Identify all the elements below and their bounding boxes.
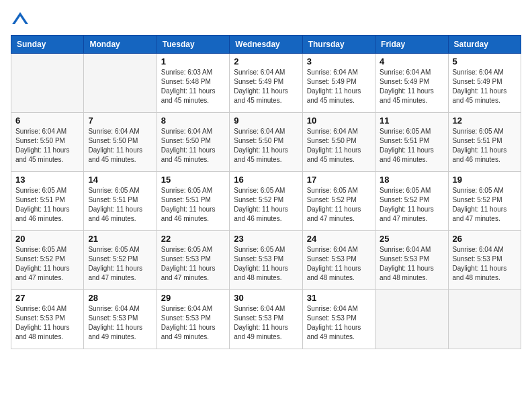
day-info: Sunrise: 6:04 AMSunset: 5:49 PMDaylight:… — [307, 68, 371, 105]
logo-icon — [11, 11, 30, 30]
calendar-cell: 11Sunrise: 6:05 AMSunset: 5:51 PMDayligh… — [375, 113, 448, 172]
day-number: 20 — [15, 234, 79, 244]
week-row-1: 1Sunrise: 6:03 AMSunset: 5:48 PMDaylight… — [11, 54, 521, 113]
day-info: Sunrise: 6:05 AMSunset: 5:53 PMDaylight:… — [234, 245, 298, 283]
day-number: 2 — [234, 56, 298, 66]
day-info: Sunrise: 6:05 AMSunset: 5:51 PMDaylight:… — [88, 186, 152, 224]
day-info: Sunrise: 6:05 AMSunset: 5:52 PMDaylight:… — [307, 186, 371, 224]
calendar: SundayMondayTuesdayWednesdayThursdayFrid… — [11, 35, 521, 349]
calendar-cell: 5Sunrise: 6:04 AMSunset: 5:49 PMDaylight… — [448, 54, 521, 113]
calendar-cell: 4Sunrise: 6:04 AMSunset: 5:49 PMDaylight… — [375, 54, 448, 113]
weekday-header-tuesday: Tuesday — [157, 36, 229, 54]
calendar-cell: 31Sunrise: 6:04 AMSunset: 5:53 PMDayligh… — [302, 290, 375, 349]
calendar-cell: 22Sunrise: 6:05 AMSunset: 5:53 PMDayligh… — [157, 231, 229, 290]
calendar-cell: 1Sunrise: 6:03 AMSunset: 5:48 PMDaylight… — [157, 54, 229, 113]
day-info: Sunrise: 6:05 AMSunset: 5:52 PMDaylight:… — [453, 186, 517, 224]
day-info: Sunrise: 6:05 AMSunset: 5:52 PMDaylight:… — [380, 186, 443, 224]
calendar-cell: 28Sunrise: 6:04 AMSunset: 5:53 PMDayligh… — [84, 290, 157, 349]
calendar-cell: 13Sunrise: 6:05 AMSunset: 5:51 PMDayligh… — [11, 172, 84, 231]
week-row-4: 20Sunrise: 6:05 AMSunset: 5:52 PMDayligh… — [11, 231, 521, 290]
day-number: 13 — [15, 175, 79, 185]
weekday-header-monday: Monday — [84, 36, 157, 54]
day-number: 16 — [234, 175, 298, 185]
calendar-cell: 21Sunrise: 6:05 AMSunset: 5:52 PMDayligh… — [84, 231, 157, 290]
day-number: 24 — [307, 234, 371, 244]
day-number: 8 — [161, 116, 225, 126]
day-number: 7 — [88, 116, 152, 126]
calendar-cell — [84, 54, 157, 113]
calendar-cell — [448, 290, 521, 349]
day-number: 10 — [307, 116, 371, 126]
day-number: 28 — [88, 293, 152, 303]
day-info: Sunrise: 6:05 AMSunset: 5:52 PMDaylight:… — [15, 245, 79, 283]
week-row-5: 27Sunrise: 6:04 AMSunset: 5:53 PMDayligh… — [11, 290, 521, 349]
day-number: 22 — [161, 234, 225, 244]
day-number: 5 — [453, 56, 517, 66]
calendar-cell: 20Sunrise: 6:05 AMSunset: 5:52 PMDayligh… — [11, 231, 84, 290]
weekday-header-wednesday: Wednesday — [230, 36, 302, 54]
day-info: Sunrise: 6:04 AMSunset: 5:53 PMDaylight:… — [380, 245, 443, 283]
day-info: Sunrise: 6:05 AMSunset: 5:52 PMDaylight:… — [234, 186, 298, 224]
day-info: Sunrise: 6:04 AMSunset: 5:53 PMDaylight:… — [307, 304, 371, 342]
day-info: Sunrise: 6:05 AMSunset: 5:53 PMDaylight:… — [161, 245, 225, 283]
calendar-cell: 27Sunrise: 6:04 AMSunset: 5:53 PMDayligh… — [11, 290, 84, 349]
day-number: 19 — [453, 175, 517, 185]
calendar-cell: 17Sunrise: 6:05 AMSunset: 5:52 PMDayligh… — [302, 172, 375, 231]
calendar-cell: 24Sunrise: 6:04 AMSunset: 5:53 PMDayligh… — [302, 231, 375, 290]
calendar-cell: 23Sunrise: 6:05 AMSunset: 5:53 PMDayligh… — [230, 231, 302, 290]
week-row-2: 6Sunrise: 6:04 AMSunset: 5:50 PMDaylight… — [11, 113, 521, 172]
calendar-cell: 7Sunrise: 6:04 AMSunset: 5:50 PMDaylight… — [84, 113, 157, 172]
day-number: 6 — [15, 116, 79, 126]
weekday-header-friday: Friday — [375, 36, 448, 54]
day-number: 15 — [161, 175, 225, 185]
day-info: Sunrise: 6:05 AMSunset: 5:51 PMDaylight:… — [15, 186, 79, 224]
calendar-cell: 18Sunrise: 6:05 AMSunset: 5:52 PMDayligh… — [375, 172, 448, 231]
day-number: 21 — [88, 234, 152, 244]
day-number: 17 — [307, 175, 371, 185]
day-info: Sunrise: 6:04 AMSunset: 5:49 PMDaylight:… — [234, 68, 298, 105]
day-info: Sunrise: 6:04 AMSunset: 5:53 PMDaylight:… — [234, 304, 298, 342]
day-info: Sunrise: 6:04 AMSunset: 5:53 PMDaylight:… — [161, 304, 225, 342]
calendar-cell — [375, 290, 448, 349]
calendar-cell: 14Sunrise: 6:05 AMSunset: 5:51 PMDayligh… — [84, 172, 157, 231]
calendar-cell: 19Sunrise: 6:05 AMSunset: 5:52 PMDayligh… — [448, 172, 521, 231]
calendar-cell: 29Sunrise: 6:04 AMSunset: 5:53 PMDayligh… — [157, 290, 229, 349]
day-info: Sunrise: 6:05 AMSunset: 5:52 PMDaylight:… — [88, 245, 152, 283]
day-info: Sunrise: 6:04 AMSunset: 5:53 PMDaylight:… — [88, 304, 152, 342]
calendar-cell: 25Sunrise: 6:04 AMSunset: 5:53 PMDayligh… — [375, 231, 448, 290]
calendar-cell: 15Sunrise: 6:05 AMSunset: 5:51 PMDayligh… — [157, 172, 229, 231]
calendar-cell: 8Sunrise: 6:04 AMSunset: 5:50 PMDaylight… — [157, 113, 229, 172]
day-number: 9 — [234, 116, 298, 126]
day-info: Sunrise: 6:03 AMSunset: 5:48 PMDaylight:… — [161, 68, 225, 105]
day-info: Sunrise: 6:05 AMSunset: 5:51 PMDaylight:… — [380, 127, 443, 165]
day-number: 12 — [453, 116, 517, 126]
day-info: Sunrise: 6:04 AMSunset: 5:53 PMDaylight:… — [453, 245, 517, 283]
weekday-header-row: SundayMondayTuesdayWednesdayThursdayFrid… — [11, 36, 521, 54]
week-row-3: 13Sunrise: 6:05 AMSunset: 5:51 PMDayligh… — [11, 172, 521, 231]
day-number: 30 — [234, 293, 298, 303]
day-number: 18 — [380, 175, 443, 185]
day-number: 23 — [234, 234, 298, 244]
day-info: Sunrise: 6:04 AMSunset: 5:53 PMDaylight:… — [15, 304, 79, 342]
day-info: Sunrise: 6:04 AMSunset: 5:53 PMDaylight:… — [307, 245, 371, 283]
calendar-cell: 12Sunrise: 6:05 AMSunset: 5:51 PMDayligh… — [448, 113, 521, 172]
logo — [11, 11, 32, 30]
header — [11, 11, 521, 30]
calendar-cell: 30Sunrise: 6:04 AMSunset: 5:53 PMDayligh… — [230, 290, 302, 349]
day-number: 29 — [161, 293, 225, 303]
day-number: 31 — [307, 293, 371, 303]
day-number: 11 — [380, 116, 443, 126]
day-number: 27 — [15, 293, 79, 303]
calendar-cell: 3Sunrise: 6:04 AMSunset: 5:49 PMDaylight… — [302, 54, 375, 113]
calendar-cell: 6Sunrise: 6:04 AMSunset: 5:50 PMDaylight… — [11, 113, 84, 172]
day-info: Sunrise: 6:04 AMSunset: 5:50 PMDaylight:… — [15, 127, 79, 165]
day-info: Sunrise: 6:05 AMSunset: 5:51 PMDaylight:… — [453, 127, 517, 165]
weekday-header-saturday: Saturday — [448, 36, 521, 54]
day-number: 1 — [161, 56, 225, 66]
day-number: 26 — [453, 234, 517, 244]
day-number: 25 — [380, 234, 443, 244]
calendar-cell — [11, 54, 84, 113]
day-info: Sunrise: 6:04 AMSunset: 5:49 PMDaylight:… — [380, 68, 443, 105]
weekday-header-sunday: Sunday — [11, 36, 84, 54]
day-number: 3 — [307, 56, 371, 66]
